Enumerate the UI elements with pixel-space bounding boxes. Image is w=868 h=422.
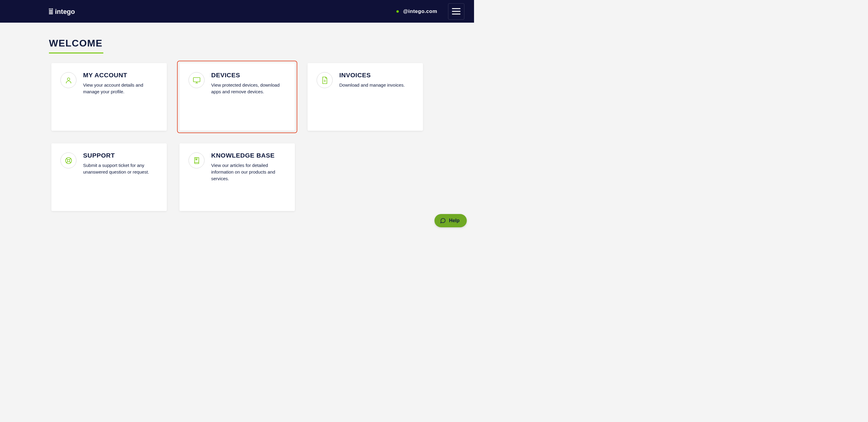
card-title: INVOICES xyxy=(339,71,414,79)
card-desc: Download and manage invoices. xyxy=(339,82,414,89)
card-title: DEVICES xyxy=(211,71,286,79)
monitor-icon xyxy=(188,72,205,88)
svg-point-13 xyxy=(67,159,70,162)
card-title: MY ACCOUNT xyxy=(83,71,158,79)
svg-line-15 xyxy=(69,158,71,160)
card-knowledge-base[interactable]: KNOWLEDGE BASE View our articles for det… xyxy=(180,143,295,211)
card-devices[interactable]: DEVICES View protected devices, download… xyxy=(180,63,295,131)
svg-rect-3 xyxy=(49,10,53,11)
status-online-dot xyxy=(396,10,399,13)
card-wrap-my-account: MY ACCOUNT View your account details and… xyxy=(49,61,169,133)
card-desc: Submit a support ticket for any unanswer… xyxy=(83,162,158,175)
main-content: WELCOME MY ACCOUNT View your account det… xyxy=(0,23,474,214)
card-support[interactable]: SUPPORT Submit a support ticket for any … xyxy=(51,143,167,211)
svg-line-14 xyxy=(66,158,68,160)
cards-grid: MY ACCOUNT View your account details and… xyxy=(49,61,425,214)
intego-logo-icon: intego xyxy=(49,7,82,16)
title-underline xyxy=(49,53,103,54)
card-desc: View our articles for detailed informati… xyxy=(211,162,286,182)
header-bar: intego @intego.com xyxy=(0,0,474,23)
card-wrap-support: SUPPORT Submit a support ticket for any … xyxy=(49,141,169,214)
svg-rect-0 xyxy=(49,8,50,10)
person-icon xyxy=(60,72,76,88)
card-my-account[interactable]: MY ACCOUNT View your account details and… xyxy=(51,63,167,131)
hamburger-bar xyxy=(452,11,460,12)
header-right: @intego.com xyxy=(393,1,464,22)
book-icon xyxy=(188,153,205,168)
user-menu[interactable]: @intego.com xyxy=(393,1,441,22)
card-desc: View your account details and manage you… xyxy=(83,82,158,95)
svg-point-6 xyxy=(67,78,70,80)
brand-wordmark: intego xyxy=(55,8,75,15)
hamburger-bar xyxy=(452,13,460,14)
card-wrap-devices: DEVICES View protected devices, download… xyxy=(177,61,297,133)
lifebuoy-icon xyxy=(60,153,76,168)
chat-icon xyxy=(440,218,446,224)
svg-line-17 xyxy=(69,162,71,163)
user-email: @intego.com xyxy=(403,8,437,14)
card-wrap-invoices: INVOICES Download and manage invoices. xyxy=(305,61,425,133)
svg-rect-2 xyxy=(52,8,53,10)
card-title: KNOWLEDGE BASE xyxy=(211,152,286,159)
card-invoices[interactable]: INVOICES Download and manage invoices. xyxy=(308,63,423,131)
help-label: Help xyxy=(449,218,460,223)
card-wrap-knowledge-base: KNOWLEDGE BASE View our articles for det… xyxy=(177,141,297,214)
hamburger-bar xyxy=(452,8,460,9)
brand-logo[interactable]: intego xyxy=(49,7,82,16)
svg-rect-7 xyxy=(193,77,200,82)
card-title: SUPPORT xyxy=(83,152,158,159)
document-icon xyxy=(317,72,333,88)
svg-rect-5 xyxy=(49,13,53,14)
svg-rect-4 xyxy=(49,12,53,13)
card-desc: View protected devices, download apps an… xyxy=(211,82,286,95)
svg-rect-1 xyxy=(51,8,51,10)
hamburger-menu-button[interactable] xyxy=(448,3,464,20)
page-title: WELCOME xyxy=(49,38,425,49)
help-button[interactable]: Help xyxy=(434,214,467,227)
svg-line-16 xyxy=(66,162,68,163)
